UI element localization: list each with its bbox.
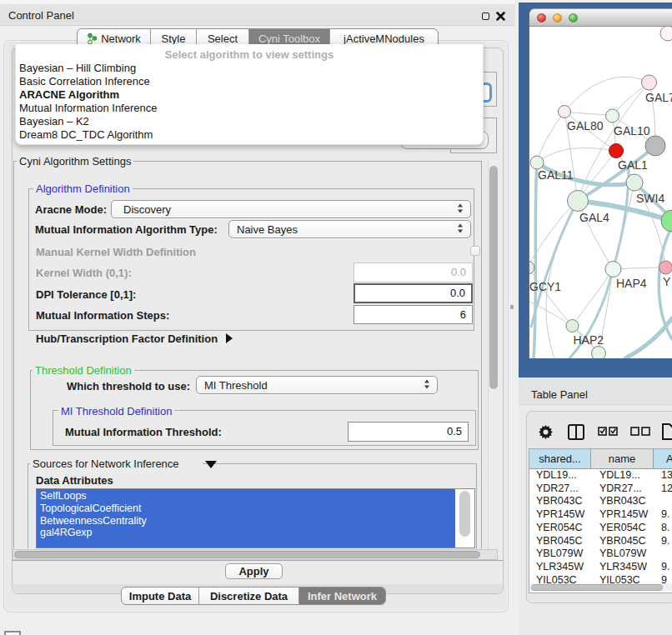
svg-text:GAL1: GAL1 xyxy=(618,158,648,172)
svg-text:GAL80: GAL80 xyxy=(567,119,604,132)
svg-text:SWI4: SWI4 xyxy=(636,192,664,205)
svg-text:GAL7: GAL7 xyxy=(645,91,672,104)
svg-text:HAP2: HAP2 xyxy=(574,333,604,347)
svg-text:GAL11: GAL11 xyxy=(538,168,574,182)
svg-text:GCY1: GCY1 xyxy=(529,280,561,293)
svg-text:Y: Y xyxy=(663,275,671,288)
svg-text:GAL10: GAL10 xyxy=(614,124,650,138)
svg-text:HAP4: HAP4 xyxy=(616,277,647,290)
svg-text:GAL4: GAL4 xyxy=(579,211,609,224)
